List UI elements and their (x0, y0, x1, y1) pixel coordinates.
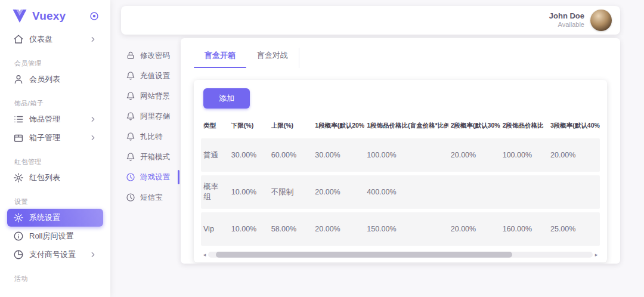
settings-menu-label: 网站背景 (140, 91, 170, 101)
top-navbar: John Doe Available (121, 6, 620, 35)
cell: 20.00% (448, 138, 500, 172)
cell (548, 175, 600, 209)
sidebar-item-label: 饰品管理 (29, 114, 89, 125)
settings-menu-item-zhabite[interactable]: 扎比特 (126, 126, 177, 147)
column-header: 下限(%) (229, 119, 269, 135)
sidebar-item-box-management[interactable]: 箱子管理 (7, 129, 103, 147)
sidebar-item-item-management[interactable]: 饰品管理 (7, 110, 103, 128)
sidebar: Vuexy 仪表盘 会员管理 会员列表 饰品/箱子 饰品管理 箱子管理 红包管理 (0, 0, 110, 297)
scrollbar-track[interactable] (208, 252, 593, 258)
sidebar-item-label: Roll房间设置 (29, 231, 97, 242)
settings-menu-item-unbox-mode[interactable]: 开箱模式 (126, 147, 177, 167)
cell-type: 普通 (201, 138, 229, 172)
bell-icon (126, 91, 135, 101)
scroll-left-arrow-icon[interactable]: ◂ (201, 250, 208, 259)
cell: 60.00% (269, 138, 313, 172)
column-header: 2段概率(默认30%) (448, 119, 500, 135)
cell: 不限制 (269, 175, 313, 209)
table-card: 添加 类型 下限(%) 上限(%) 1段概率(默认20%) (194, 80, 607, 262)
add-button[interactable]: 添加 (203, 88, 250, 109)
rates-table: 类型 下限(%) 上限(%) 1段概率(默认20%) 1段饰品价格比(盲盒价格*… (201, 116, 600, 249)
settings-menu-label: 修改密码 (140, 51, 170, 61)
user-name: John Doe (549, 11, 584, 21)
box-icon (13, 132, 24, 143)
info-circle-icon (13, 231, 24, 242)
user-avatar[interactable] (590, 10, 612, 31)
user-meta: John Doe Available (549, 11, 584, 29)
sidebar-item-label: 箱子管理 (29, 132, 89, 143)
cell: 20.00% (312, 175, 364, 209)
cell (448, 175, 500, 209)
horizontal-scrollbar[interactable]: ◂ ▸ (201, 250, 600, 259)
column-header: 类型 (201, 119, 229, 135)
settings-menu-item-sms[interactable]: 短信宝 (126, 187, 177, 208)
column-header: 1段饰品价格比(盲盒价格*比例) (364, 119, 448, 135)
bell-icon (126, 112, 135, 121)
pie-chart-icon (13, 249, 24, 260)
sidebar-section-members: 会员管理 (14, 59, 103, 68)
cell: 150.00% (364, 212, 448, 246)
tab-bar: 盲盒开箱 盲盒对战 (181, 38, 620, 68)
settings-menu-item-ali-storage[interactable]: 阿里存储 (126, 106, 177, 126)
settings-menu-item-recharge[interactable]: 充值设置 (126, 66, 177, 86)
sidebar-item-redpacket-list[interactable]: 红包列表 (7, 169, 103, 187)
settings-menu-label: 短信宝 (140, 193, 163, 203)
cell: 10.00% (229, 212, 269, 246)
settings-menu-label: 阿里存储 (140, 112, 170, 122)
app-root: Vuexy 仪表盘 会员管理 会员列表 饰品/箱子 饰品管理 箱子管理 红包管理 (0, 0, 644, 297)
cell: 20.00% (548, 138, 600, 172)
cell: 100.00% (500, 138, 548, 172)
tab-blindbox-battle[interactable]: 盲盒对战 (246, 48, 299, 68)
cell: 30.00% (312, 138, 364, 172)
cell: 10.00% (229, 175, 269, 209)
sidebar-item-member-list[interactable]: 会员列表 (7, 70, 103, 88)
user-icon (13, 74, 24, 85)
bell-icon (126, 152, 135, 162)
cell-type: 概率组 (201, 175, 229, 209)
sidebar-item-payment-merchant-settings[interactable]: 支付商号设置 (7, 246, 103, 264)
clock-icon (126, 193, 135, 202)
gear-icon (13, 172, 24, 183)
sidebar-section-activity: 活动 (14, 274, 103, 283)
scrollbar-thumb[interactable] (216, 252, 512, 258)
cell: 58.00% (269, 212, 313, 246)
sidebar-section-redpacket: 红包管理 (14, 157, 103, 166)
sidebar-section-settings: 设置 (14, 197, 103, 206)
chevron-right-icon (89, 35, 97, 44)
cell: 20.00% (312, 212, 364, 246)
settings-menu-label: 游戏设置 (140, 172, 170, 182)
sidebar-item-roll-room-settings[interactable]: Roll房间设置 (7, 227, 103, 245)
brand[interactable]: Vuexy (0, 4, 110, 30)
scroll-right-arrow-icon[interactable]: ▸ (593, 250, 600, 259)
sidebar-item-dashboard[interactable]: 仪表盘 (7, 30, 103, 48)
table-row[interactable]: 普通 30.00% 60.00% 30.00% 100.00% 20.00% 1… (201, 138, 600, 172)
tab-blindbox-open[interactable]: 盲盒开箱 (194, 48, 246, 68)
chevron-right-icon (89, 134, 97, 142)
cell: 30.00% (229, 138, 269, 172)
settings-menu-item-site-background[interactable]: 网站背景 (126, 86, 177, 106)
table-header-row: 类型 下限(%) 上限(%) 1段概率(默认20%) 1段饰品价格比(盲盒价格*… (201, 119, 600, 135)
cell: 20.00% (448, 212, 500, 246)
sidebar-section-items-boxes: 饰品/箱子 (14, 99, 103, 108)
cell: 100.00% (364, 138, 448, 172)
table-row[interactable]: Vip 10.00% 58.00% 20.00% 150.00% 20.00% … (201, 212, 600, 246)
cell-type: Vip (201, 212, 229, 246)
clock-icon (126, 172, 135, 182)
table-row[interactable]: 概率组 10.00% 不限制 20.00% 400.00% (201, 175, 600, 209)
user-status: Available (549, 21, 584, 29)
column-header: 3段概率(默认40%) (548, 119, 600, 135)
cell: 160.00% (500, 212, 548, 246)
sidebar-item-label: 会员列表 (29, 74, 97, 85)
settings-menu-label: 充值设置 (140, 71, 170, 81)
gear-icon (13, 212, 24, 223)
column-header: 2段饰品价格比 (500, 119, 548, 135)
cell: 25.00% (548, 212, 600, 246)
main-area: John Doe Available 修改密码 充值设置 网站背景 (110, 0, 644, 297)
vuexy-logo-icon (12, 10, 27, 23)
sidebar-item-system-settings[interactable]: 系统设置 (7, 209, 103, 227)
menu-pin-toggle-icon[interactable] (89, 11, 100, 21)
chevron-right-icon (89, 250, 97, 259)
sidebar-item-label: 系统设置 (29, 212, 97, 223)
settings-menu-item-game-settings[interactable]: 游戏设置 (126, 167, 177, 187)
settings-menu-item-change-password[interactable]: 修改密码 (126, 45, 177, 66)
